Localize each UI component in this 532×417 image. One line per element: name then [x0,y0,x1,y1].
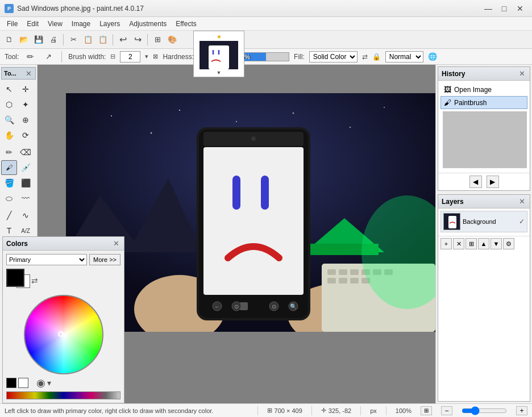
tool-zoom-in[interactable]: 🔍 [1,112,17,127]
history-item-paintbrush[interactable]: 🖌 Paintbrush [440,96,527,109]
layers-close-button[interactable]: ✕ [517,197,526,206]
svg-rect-19 [339,269,347,275]
delete-layer-button[interactable]: ✕ [453,238,464,249]
tool-rect[interactable]: ⬛ [18,176,34,190]
zoom-out-button[interactable]: − [441,406,452,415]
blendmode-lock[interactable]: 🔒 [372,53,381,61]
new-button[interactable]: 🗋 [2,33,16,47]
zoom-in-button[interactable]: + [516,406,527,415]
colors-close-button[interactable]: ✕ [111,239,120,248]
blendmode-icon[interactable]: ⇄ [362,53,368,61]
duplicate-layer-button[interactable]: ⊞ [466,238,477,249]
white-swatch[interactable] [18,378,28,388]
tool-zoom-out[interactable]: ⊕ [18,112,34,127]
color-palette-strip[interactable] [6,391,120,399]
print-button[interactable]: 🖨 [47,33,60,47]
svg-text:⊙: ⊙ [234,303,239,310]
tool-curve[interactable]: ∿ [18,208,34,223]
open-button[interactable]: 📂 [17,33,31,47]
tool-selection[interactable]: ↖ [1,82,17,97]
layer-visibility-icon[interactable]: ✓ [519,218,525,226]
toolbar: 🗋 📂 💾 🖨 ✂ 📋 📋 ↩ ↪ ⊞ 🎨 [0,31,532,49]
minimize-button[interactable]: — [481,3,496,14]
menu-layers[interactable]: Layers [95,18,124,30]
tool-line[interactable]: ╱ [1,208,17,223]
zoom-level: 100% [396,407,412,414]
layer-background[interactable]: Background ✓ [440,211,527,232]
black-swatch[interactable] [6,378,16,388]
menu-edit[interactable]: Edit [22,18,43,30]
paste-button[interactable]: 📋 [96,33,110,47]
status-sep-4 [386,406,386,415]
fit-window-button[interactable]: ⊞ [421,406,432,415]
zoom-slider[interactable] [462,407,507,414]
svg-point-11 [384,107,385,108]
resize-button[interactable]: 🎨 [165,33,179,47]
tool-eyedropper[interactable]: 💉 [18,160,34,175]
colors-more-button[interactable]: More >> [89,254,120,265]
maximize-button[interactable]: □ [497,3,512,14]
title-bar: P Sad Windows phone.jpg - paint.net 4.0.… [0,0,532,17]
menu-adjustments[interactable]: Adjustments [124,18,171,30]
color-wheel[interactable] [24,295,103,374]
tool-move[interactable]: ✛ [18,82,34,97]
color-arrow-icon[interactable]: ▾ [47,378,51,387]
layer-props-button[interactable]: ⚙ [503,238,514,249]
tool-arrow[interactable]: ↗ [41,50,55,64]
tool-pencil-active[interactable]: ✏ [23,50,37,64]
cut-button[interactable]: ✂ [66,33,80,47]
save-button[interactable]: 💾 [32,33,45,47]
opt-separator-1 [61,51,62,62]
tool-pan[interactable]: ✋ [1,128,17,143]
fill-select[interactable]: Solid Color No Blend Overwrite [309,51,358,62]
tool-paintbrush[interactable]: 🖌 [1,160,17,175]
blendmode-select[interactable]: Normal Multiply Screen [385,51,423,62]
history-close-button[interactable]: ✕ [517,69,526,78]
history-item-open-image[interactable]: 🖼 Open Image [440,83,527,96]
history-forward-button[interactable]: ▶ [487,176,499,188]
primary-color-swatch[interactable] [6,269,24,287]
fill-label: Fill: [294,53,305,61]
brush-width-input[interactable] [120,51,140,62]
tool-magic-wand[interactable]: ✦ [18,97,34,112]
tool-freeform[interactable]: 〰 [18,191,34,206]
tool-rotate[interactable]: ⟳ [18,128,34,143]
image-dimensions-section: ⊞ 700 × 409 [267,407,302,414]
svg-point-8 [236,121,237,122]
tool-eraser[interactable]: ⌫ [18,145,34,160]
tool-panel-close[interactable]: ✕ [24,69,33,78]
copy-button[interactable]: 📋 [81,33,95,47]
history-back-button[interactable]: ◀ [469,176,482,188]
status-hint: Left click to draw with primary color, r… [5,407,248,414]
tool-lasso[interactable]: ⬡ [1,97,17,112]
layer-move-up-button[interactable]: ▲ [478,238,489,249]
tool-fill[interactable]: 🪣 [1,176,17,190]
color-circle-icon[interactable]: ◉ [36,377,45,389]
alpha-icon[interactable]: 🌐 [428,52,437,61]
history-nav: ◀ ▶ [438,173,530,190]
menu-view[interactable]: View [43,18,67,30]
close-button[interactable]: ✕ [513,3,527,14]
menu-image[interactable]: Image [67,18,95,30]
menu-effects[interactable]: Effects [171,18,201,30]
color-mode-select[interactable]: Primary Secondary [6,254,87,265]
window-title: Sad Windows phone.jpg - paint.net 4.0.17 [17,5,144,12]
options-bar: Tool: ✏ ↗ Brush width: ⊟ ▾ ⊠ Hardness: 7… [0,49,532,65]
tool-pencil[interactable]: ✏ [1,145,17,160]
crop-button[interactable]: ⊞ [151,33,164,47]
layer-move-down-button[interactable]: ▼ [491,238,502,249]
svg-rect-43 [261,176,269,210]
undo-button[interactable]: ↩ [116,33,130,47]
tool-panel-title: To... [4,70,16,77]
history-brush-icon: 🖌 [444,98,451,107]
image-thumbnail-tab[interactable]: ★ ▼ [193,31,244,77]
svg-point-5 [111,115,112,116]
redo-button[interactable]: ↪ [131,33,144,47]
tool-ellipse[interactable]: ⬭ [1,191,17,206]
svg-point-7 [179,110,180,111]
svg-text:⊙: ⊙ [272,303,276,310]
add-layer-button[interactable]: + [440,238,452,249]
brush-width-dropdown[interactable]: ▾ [145,53,148,60]
menu-file[interactable]: File [2,18,22,30]
cursor-icon: ✛ [321,407,326,414]
